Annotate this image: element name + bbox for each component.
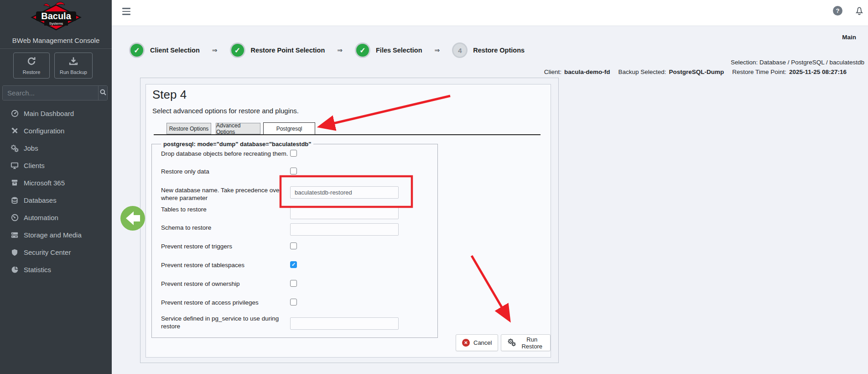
cogs-icon xyxy=(10,144,19,152)
step-check-icon: ✓ xyxy=(231,44,244,57)
svg-text:Bacula: Bacula xyxy=(41,11,71,21)
checkbox-restore-only-data[interactable] xyxy=(290,168,297,174)
database-icon xyxy=(10,196,19,204)
sidebar-item-label: Microsoft 365 xyxy=(24,179,65,187)
tab-postgresql[interactable]: Postgresql xyxy=(263,122,315,135)
sidebar-nav: Main DashboardConfigurationJobsClientsMi… xyxy=(0,105,112,278)
run-restore-button[interactable]: Run Restore xyxy=(501,334,551,351)
sidebar-item-microsoft-365[interactable]: Microsoft 365 xyxy=(0,174,112,191)
help-icon[interactable]: ? xyxy=(833,6,842,16)
field-label-service-defined-in-pg-service-to-use-during-restore: Service defined in pg_service to use dur… xyxy=(161,315,290,330)
sidebar-item-main-dashboard[interactable]: Main Dashboard xyxy=(0,105,112,122)
desktop-icon xyxy=(10,162,19,169)
sidebar-item-storage-and-media[interactable]: Storage and Media xyxy=(0,226,112,243)
step-label: Restore Point Selection xyxy=(251,47,325,54)
input-service-defined-in-pg-service-to-use-during-restore[interactable] xyxy=(290,317,399,330)
field-label-prevent-restore-of-tablespaces: Prevent restore of tablespaces xyxy=(161,262,290,269)
bacula-logo: Bacula Systems xyxy=(0,0,112,33)
svg-text:Systems: Systems xyxy=(49,21,63,26)
checkbox-drop-database-objects-before-recreating-them[interactable] xyxy=(290,150,297,157)
sidebar-item-security-center[interactable]: Security Center xyxy=(0,243,112,261)
sidebar-item-configuration[interactable]: Configuration xyxy=(0,122,112,139)
field-label-restore-only-data: Restore only data xyxy=(161,168,290,176)
dashboard-icon xyxy=(10,110,19,117)
step-panel: Step 4 Select advanced options for resto… xyxy=(146,84,551,358)
sidebar-item-label: Main Dashboard xyxy=(24,110,74,117)
sidebar: Bacula Systems BWeb Management Console R… xyxy=(0,0,112,374)
main-content: Main ✓Client Selection⇒✓Restore Point Se… xyxy=(112,26,868,374)
wizard-step-restore-options[interactable]: 4Restore Options xyxy=(452,42,525,58)
search-icon xyxy=(99,89,107,97)
step-number: 4 xyxy=(453,44,466,57)
sidebar-item-label: Clients xyxy=(24,162,45,169)
step-circle: ✓ xyxy=(230,42,245,58)
field-label-drop-database-objects-before-recreating-them: Drop database objects before recreating … xyxy=(161,150,290,158)
sidebar-item-statistics[interactable]: Statistics xyxy=(0,261,112,278)
sidebar-item-databases[interactable]: Databases xyxy=(0,191,112,209)
field-label-new-database-name-take-precedence-over-where-parameter: New database name. Take precedence over … xyxy=(161,187,290,202)
pie-chart-icon xyxy=(10,266,19,274)
input-tables-to-restore[interactable] xyxy=(290,207,399,219)
sidebar-item-label: Databases xyxy=(24,196,57,204)
restore-button[interactable]: Restore xyxy=(13,53,50,79)
sidebar-item-label: Jobs xyxy=(24,144,38,152)
field-label-prevent-restore-of-access-privileges: Prevent restore of access privileges xyxy=(161,299,290,307)
console-title: BWeb Management Console xyxy=(0,37,112,44)
run-backup-icon xyxy=(68,56,78,67)
menu-icon[interactable] xyxy=(122,8,130,17)
gauge-icon xyxy=(10,214,19,221)
field-label-schema-to-restore: Schema to restore xyxy=(161,224,290,232)
sidebar-search xyxy=(2,85,108,100)
step-circle: ✓ xyxy=(129,42,145,58)
action-buttons: ✕CancelRun Restore xyxy=(456,334,551,351)
context-backup-selected: Backup Selected:PostgreSQL-Dump xyxy=(619,68,724,75)
step-arrow-icon: ⇒ xyxy=(435,47,440,54)
topbar: ? xyxy=(112,0,868,26)
step-arrow-icon: ⇒ xyxy=(337,47,343,54)
checkbox-prevent-restore-of-ownership[interactable] xyxy=(290,280,297,287)
fieldset-legend: postgresql: mode="dump" database="bacula… xyxy=(161,141,313,147)
wizard-step-files-selection[interactable]: ✓Files Selection xyxy=(355,42,422,58)
context-restore-time-point: Restore Time Point:2025-11-25 08:27:16 xyxy=(732,68,847,75)
restore-icon xyxy=(26,56,36,67)
cancel-icon: ✕ xyxy=(462,339,470,347)
button-label: Cancel xyxy=(473,339,492,346)
tab-advanced-options[interactable]: Advanced Options xyxy=(216,123,260,134)
input-schema-to-restore[interactable] xyxy=(290,223,399,236)
tools-icon xyxy=(10,127,19,135)
run-backup-button[interactable]: Run Backup xyxy=(54,53,93,79)
step-arrow-icon: ⇒ xyxy=(212,47,218,54)
sidebar-item-automation[interactable]: Automation xyxy=(0,209,112,226)
context-client: Client:bacula-demo-fd xyxy=(544,68,610,75)
page-subtitle: Select advanced options for restore and … xyxy=(152,107,299,115)
sidebar-item-clients[interactable]: Clients xyxy=(0,157,112,174)
wizard-step-restore-point-selection[interactable]: ✓Restore Point Selection xyxy=(230,42,325,58)
selection-summary: Selection: Database / PostgreSQL / bacul… xyxy=(731,59,864,66)
button-label: Run Restore xyxy=(520,336,544,350)
step-label: Client Selection xyxy=(150,47,200,54)
input-new-database-name-take-precedence-over-where-parameter[interactable] xyxy=(290,186,399,199)
step-check-icon: ✓ xyxy=(130,44,143,57)
sidebar-action-buttons: RestoreRun Backup xyxy=(0,49,112,79)
checkbox-prevent-restore-of-access-privileges[interactable] xyxy=(290,299,297,306)
sidebar-item-jobs[interactable]: Jobs xyxy=(0,139,112,157)
step-label: Restore Options xyxy=(473,47,525,54)
step-circle: 4 xyxy=(452,42,468,58)
wizard-steps: ✓Client Selection⇒✓Restore Point Selecti… xyxy=(129,42,525,58)
search-input[interactable] xyxy=(3,86,98,100)
server-icon xyxy=(10,231,19,239)
checkbox-prevent-restore-of-triggers[interactable] xyxy=(290,242,297,249)
field-label-prevent-restore-of-ownership: Prevent restore of ownership xyxy=(161,280,290,288)
bell-icon[interactable] xyxy=(855,5,864,17)
field-label-prevent-restore-of-triggers: Prevent restore of triggers xyxy=(161,243,290,251)
tab-restore-options[interactable]: Restore Options xyxy=(166,123,211,134)
search-button[interactable] xyxy=(98,86,107,100)
sidebar-item-label: Security Center xyxy=(24,248,71,256)
wizard-step-client-selection[interactable]: ✓Client Selection xyxy=(129,42,200,58)
field-label-tables-to-restore: Tables to restore xyxy=(161,206,290,214)
cancel-button[interactable]: ✕Cancel xyxy=(456,334,498,351)
breadcrumb: Main xyxy=(842,34,856,41)
checkbox-prevent-restore-of-tablespaces[interactable]: ✓ xyxy=(290,261,297,268)
sidebar-item-label: Configuration xyxy=(24,127,64,135)
step-circle: ✓ xyxy=(355,42,370,58)
